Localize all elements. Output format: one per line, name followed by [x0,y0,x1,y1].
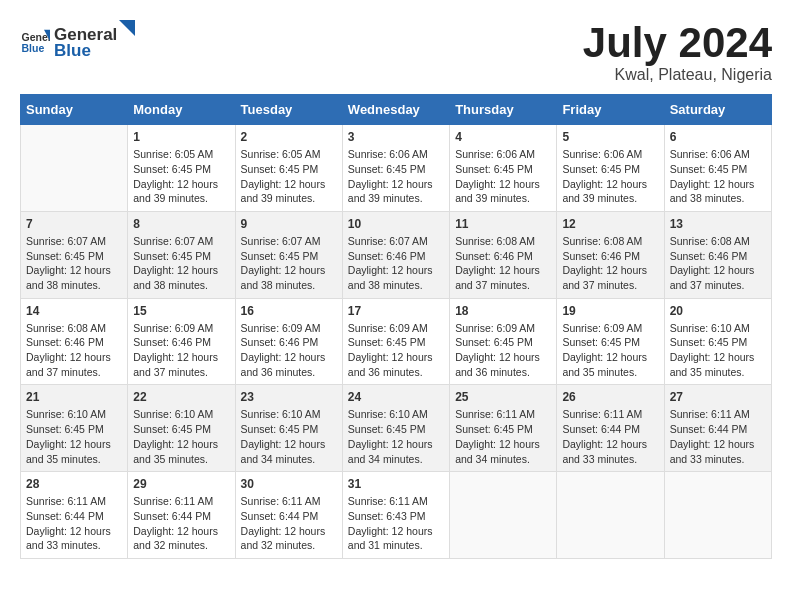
day-number: 14 [26,304,122,318]
calendar-cell: 19Sunrise: 6:09 AMSunset: 6:45 PMDayligh… [557,298,664,385]
day-info: Sunrise: 6:10 AMSunset: 6:45 PMDaylight:… [241,407,337,466]
day-number: 3 [348,130,444,144]
day-number: 6 [670,130,766,144]
day-number: 25 [455,390,551,404]
calendar-cell: 12Sunrise: 6:08 AMSunset: 6:46 PMDayligh… [557,211,664,298]
day-info: Sunrise: 6:11 AMSunset: 6:44 PMDaylight:… [670,407,766,466]
day-info: Sunrise: 6:10 AMSunset: 6:45 PMDaylight:… [670,321,766,380]
day-info: Sunrise: 6:09 AMSunset: 6:45 PMDaylight:… [562,321,658,380]
calendar-cell: 13Sunrise: 6:08 AMSunset: 6:46 PMDayligh… [664,211,771,298]
day-number: 19 [562,304,658,318]
day-number: 13 [670,217,766,231]
day-info: Sunrise: 6:07 AMSunset: 6:46 PMDaylight:… [348,234,444,293]
day-info: Sunrise: 6:05 AMSunset: 6:45 PMDaylight:… [241,147,337,206]
calendar-cell: 2Sunrise: 6:05 AMSunset: 6:45 PMDaylight… [235,125,342,212]
day-number: 17 [348,304,444,318]
calendar-week-row: 21Sunrise: 6:10 AMSunset: 6:45 PMDayligh… [21,385,772,472]
title-area: July 2024 Kwal, Plateau, Nigeria [583,20,772,84]
svg-marker-3 [119,20,135,36]
weekday-header-friday: Friday [557,95,664,125]
day-number: 27 [670,390,766,404]
month-year-title: July 2024 [583,20,772,66]
day-number: 20 [670,304,766,318]
weekday-header-wednesday: Wednesday [342,95,449,125]
calendar-week-row: 7Sunrise: 6:07 AMSunset: 6:45 PMDaylight… [21,211,772,298]
day-info: Sunrise: 6:08 AMSunset: 6:46 PMDaylight:… [562,234,658,293]
day-info: Sunrise: 6:09 AMSunset: 6:45 PMDaylight:… [455,321,551,380]
day-number: 26 [562,390,658,404]
day-number: 21 [26,390,122,404]
day-info: Sunrise: 6:07 AMSunset: 6:45 PMDaylight:… [133,234,229,293]
day-number: 1 [133,130,229,144]
calendar-cell: 29Sunrise: 6:11 AMSunset: 6:44 PMDayligh… [128,472,235,559]
calendar-cell: 8Sunrise: 6:07 AMSunset: 6:45 PMDaylight… [128,211,235,298]
calendar-cell: 23Sunrise: 6:10 AMSunset: 6:45 PMDayligh… [235,385,342,472]
day-info: Sunrise: 6:06 AMSunset: 6:45 PMDaylight:… [348,147,444,206]
logo-triangle-icon [119,20,135,40]
weekday-header-thursday: Thursday [450,95,557,125]
weekday-header-row: SundayMondayTuesdayWednesdayThursdayFrid… [21,95,772,125]
calendar-week-row: 14Sunrise: 6:08 AMSunset: 6:46 PMDayligh… [21,298,772,385]
day-number: 15 [133,304,229,318]
day-number: 23 [241,390,337,404]
day-number: 28 [26,477,122,491]
calendar-cell: 17Sunrise: 6:09 AMSunset: 6:45 PMDayligh… [342,298,449,385]
calendar-cell: 3Sunrise: 6:06 AMSunset: 6:45 PMDaylight… [342,125,449,212]
day-info: Sunrise: 6:07 AMSunset: 6:45 PMDaylight:… [26,234,122,293]
calendar-cell: 5Sunrise: 6:06 AMSunset: 6:45 PMDaylight… [557,125,664,212]
calendar-cell [21,125,128,212]
day-number: 11 [455,217,551,231]
weekday-header-monday: Monday [128,95,235,125]
calendar-cell: 25Sunrise: 6:11 AMSunset: 6:45 PMDayligh… [450,385,557,472]
day-number: 12 [562,217,658,231]
day-info: Sunrise: 6:08 AMSunset: 6:46 PMDaylight:… [670,234,766,293]
day-info: Sunrise: 6:09 AMSunset: 6:46 PMDaylight:… [133,321,229,380]
calendar-cell: 15Sunrise: 6:09 AMSunset: 6:46 PMDayligh… [128,298,235,385]
logo: General Blue General Blue [20,20,135,61]
day-info: Sunrise: 6:11 AMSunset: 6:44 PMDaylight:… [241,494,337,553]
calendar-cell: 28Sunrise: 6:11 AMSunset: 6:44 PMDayligh… [21,472,128,559]
day-info: Sunrise: 6:06 AMSunset: 6:45 PMDaylight:… [455,147,551,206]
calendar-cell: 21Sunrise: 6:10 AMSunset: 6:45 PMDayligh… [21,385,128,472]
day-info: Sunrise: 6:06 AMSunset: 6:45 PMDaylight:… [670,147,766,206]
location-subtitle: Kwal, Plateau, Nigeria [583,66,772,84]
day-number: 7 [26,217,122,231]
day-number: 29 [133,477,229,491]
calendar-cell: 9Sunrise: 6:07 AMSunset: 6:45 PMDaylight… [235,211,342,298]
weekday-header-sunday: Sunday [21,95,128,125]
calendar-cell: 16Sunrise: 6:09 AMSunset: 6:46 PMDayligh… [235,298,342,385]
calendar-cell: 18Sunrise: 6:09 AMSunset: 6:45 PMDayligh… [450,298,557,385]
day-info: Sunrise: 6:10 AMSunset: 6:45 PMDaylight:… [348,407,444,466]
day-info: Sunrise: 6:10 AMSunset: 6:45 PMDaylight:… [133,407,229,466]
day-info: Sunrise: 6:07 AMSunset: 6:45 PMDaylight:… [241,234,337,293]
day-number: 30 [241,477,337,491]
day-info: Sunrise: 6:08 AMSunset: 6:46 PMDaylight:… [26,321,122,380]
day-info: Sunrise: 6:11 AMSunset: 6:43 PMDaylight:… [348,494,444,553]
day-number: 16 [241,304,337,318]
calendar-cell: 7Sunrise: 6:07 AMSunset: 6:45 PMDaylight… [21,211,128,298]
calendar-cell: 6Sunrise: 6:06 AMSunset: 6:45 PMDaylight… [664,125,771,212]
calendar-cell: 27Sunrise: 6:11 AMSunset: 6:44 PMDayligh… [664,385,771,472]
weekday-header-saturday: Saturday [664,95,771,125]
day-info: Sunrise: 6:08 AMSunset: 6:46 PMDaylight:… [455,234,551,293]
day-info: Sunrise: 6:05 AMSunset: 6:45 PMDaylight:… [133,147,229,206]
calendar-body: 1Sunrise: 6:05 AMSunset: 6:45 PMDaylight… [21,125,772,559]
day-number: 2 [241,130,337,144]
calendar-cell [450,472,557,559]
day-number: 8 [133,217,229,231]
calendar-cell: 4Sunrise: 6:06 AMSunset: 6:45 PMDaylight… [450,125,557,212]
day-number: 4 [455,130,551,144]
day-info: Sunrise: 6:09 AMSunset: 6:45 PMDaylight:… [348,321,444,380]
header: General Blue General Blue July 2024 Kwal… [20,20,772,84]
day-info: Sunrise: 6:06 AMSunset: 6:45 PMDaylight:… [562,147,658,206]
calendar-cell [557,472,664,559]
logo-icon: General Blue [20,26,50,56]
day-info: Sunrise: 6:11 AMSunset: 6:44 PMDaylight:… [26,494,122,553]
day-info: Sunrise: 6:11 AMSunset: 6:44 PMDaylight:… [562,407,658,466]
weekday-header-tuesday: Tuesday [235,95,342,125]
calendar-cell: 24Sunrise: 6:10 AMSunset: 6:45 PMDayligh… [342,385,449,472]
calendar-header: SundayMondayTuesdayWednesdayThursdayFrid… [21,95,772,125]
calendar-week-row: 1Sunrise: 6:05 AMSunset: 6:45 PMDaylight… [21,125,772,212]
calendar-cell: 1Sunrise: 6:05 AMSunset: 6:45 PMDaylight… [128,125,235,212]
day-info: Sunrise: 6:09 AMSunset: 6:46 PMDaylight:… [241,321,337,380]
